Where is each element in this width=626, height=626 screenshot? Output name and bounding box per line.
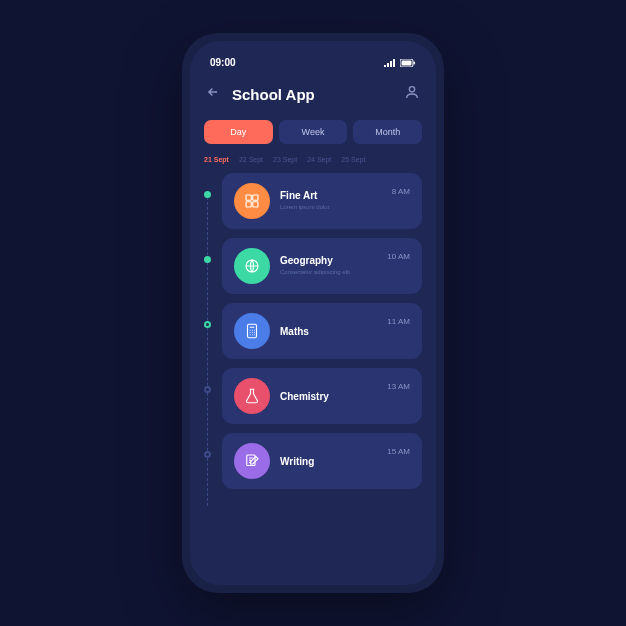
status-time: 09:00 xyxy=(210,57,236,68)
status-indicators xyxy=(384,59,416,67)
card-body: Geography Consectetur adipiscing elit xyxy=(280,255,377,276)
class-subtitle: Lorem ipsum dolor xyxy=(280,204,382,211)
phone-frame: 09:00 School App Day Week Month 21 Sept xyxy=(182,33,444,593)
class-time: 13 AM xyxy=(387,382,410,391)
card-body: Maths xyxy=(280,326,377,337)
battery-icon xyxy=(400,59,416,67)
date-item[interactable]: 25 Sept xyxy=(341,156,365,163)
class-card[interactable]: Chemistry 13 AM xyxy=(222,368,422,424)
class-name: Maths xyxy=(280,326,377,337)
page-title: School App xyxy=(232,86,404,103)
svg-rect-6 xyxy=(246,202,251,207)
svg-rect-1 xyxy=(402,60,412,65)
timeline-dot xyxy=(204,256,211,263)
svg-rect-7 xyxy=(253,202,258,207)
tab-label: Week xyxy=(302,127,325,137)
svg-rect-4 xyxy=(246,195,251,200)
class-time: 11 AM xyxy=(387,317,410,326)
class-name: Chemistry xyxy=(280,391,377,402)
card-body: Fine Art Lorem ipsum dolor xyxy=(280,190,382,211)
timeline-dot xyxy=(204,451,211,458)
calculator-icon xyxy=(234,313,270,349)
tab-month[interactable]: Month xyxy=(353,120,422,144)
svg-rect-5 xyxy=(253,195,258,200)
date-item[interactable]: 22 Sept xyxy=(239,156,263,163)
class-list: Fine Art Lorem ipsum dolor 8 AM Geograph… xyxy=(222,173,422,516)
svg-point-3 xyxy=(409,87,414,92)
card-body: Chemistry xyxy=(280,391,377,402)
screen: 09:00 School App Day Week Month 21 Sept xyxy=(190,41,436,585)
class-card[interactable]: Writing 15 AM xyxy=(222,433,422,489)
globe-icon xyxy=(234,248,270,284)
class-name: Fine Art xyxy=(280,190,382,201)
class-time: 15 AM xyxy=(387,447,410,456)
tab-week[interactable]: Week xyxy=(279,120,348,144)
timeline-dot xyxy=(204,191,211,198)
tab-label: Day xyxy=(230,127,246,137)
class-name: Writing xyxy=(280,456,377,467)
timeline-dot xyxy=(204,321,211,328)
class-name: Geography xyxy=(280,255,377,266)
view-tabs: Day Week Month xyxy=(204,120,422,144)
svg-rect-9 xyxy=(248,324,257,338)
svg-rect-2 xyxy=(414,61,416,64)
tab-day[interactable]: Day xyxy=(204,120,273,144)
timeline: Fine Art Lorem ipsum dolor 8 AM Geograph… xyxy=(204,173,422,516)
card-body: Writing xyxy=(280,456,377,467)
date-strip: 21 Sept 22 Sept 23 Sept 24 Sept 25 Sept xyxy=(204,156,422,163)
profile-icon[interactable] xyxy=(404,84,420,104)
date-item[interactable]: 24 Sept xyxy=(307,156,331,163)
app-header: School App xyxy=(204,84,422,104)
class-time: 10 AM xyxy=(387,252,410,261)
status-bar: 09:00 xyxy=(204,55,422,68)
class-card[interactable]: Geography Consectetur adipiscing elit 10… xyxy=(222,238,422,294)
back-icon[interactable] xyxy=(206,85,222,103)
class-card[interactable]: Fine Art Lorem ipsum dolor 8 AM xyxy=(222,173,422,229)
date-item[interactable]: 23 Sept xyxy=(273,156,297,163)
pencil-icon xyxy=(234,443,270,479)
tab-label: Month xyxy=(375,127,400,137)
flask-icon xyxy=(234,378,270,414)
rail-line xyxy=(207,197,208,506)
class-subtitle: Consectetur adipiscing elit xyxy=(280,269,377,276)
class-time: 8 AM xyxy=(392,187,410,196)
timeline-rail xyxy=(204,173,212,516)
palette-icon xyxy=(234,183,270,219)
signal-icon xyxy=(384,59,396,67)
timeline-dot xyxy=(204,386,211,393)
class-card[interactable]: Maths 11 AM xyxy=(222,303,422,359)
date-item[interactable]: 21 Sept xyxy=(204,156,229,163)
